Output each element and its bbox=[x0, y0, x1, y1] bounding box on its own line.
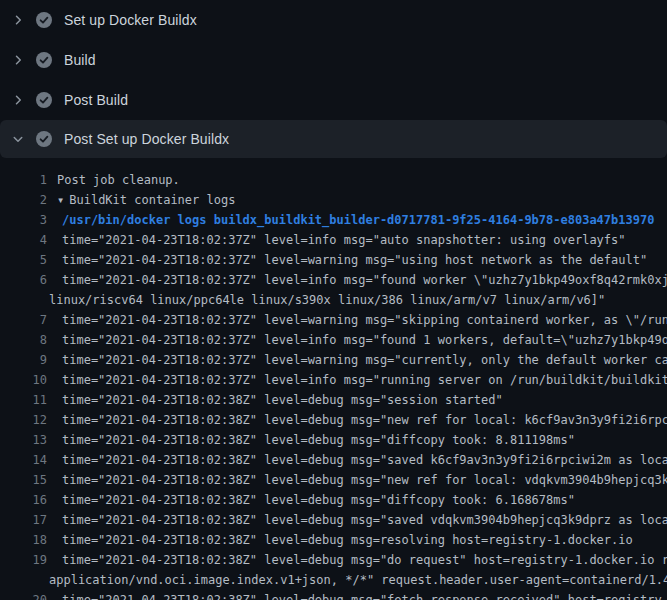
log-line-text: time="2021-04-23T18:02:37Z" level=info m… bbox=[62, 330, 667, 350]
log-line-text: time="2021-04-23T18:02:37Z" level=info m… bbox=[62, 230, 626, 250]
check-circle-icon bbox=[36, 12, 52, 28]
log-line-text: time="2021-04-23T18:02:38Z" level=debug … bbox=[62, 430, 575, 450]
chevron-down-icon bbox=[12, 133, 36, 145]
log-line-text: time="2021-04-23T18:02:37Z" level=info m… bbox=[62, 270, 667, 290]
log-line: 11time="2021-04-23T18:02:38Z" level=debu… bbox=[0, 390, 667, 410]
log-line-number[interactable]: 12 bbox=[0, 410, 47, 430]
step-header-post-build[interactable]: Post Build bbox=[0, 80, 667, 120]
log-line-number[interactable]: 8 bbox=[0, 330, 47, 350]
log-line: 15time="2021-04-23T18:02:38Z" level=debu… bbox=[0, 470, 667, 490]
log-line-text: time="2021-04-23T18:02:38Z" level=debug … bbox=[62, 550, 667, 570]
log-line-text: time="2021-04-23T18:02:37Z" level=warnin… bbox=[62, 310, 667, 330]
log-line-text: time="2021-04-23T18:02:38Z" level=debug … bbox=[62, 510, 667, 530]
log-line-number[interactable]: 14 bbox=[0, 450, 47, 470]
log-line: 20time="2021-04-23T18:02:38Z" level=debu… bbox=[0, 590, 667, 600]
log-line: 13time="2021-04-23T18:02:38Z" level=debu… bbox=[0, 430, 667, 450]
log-line-number[interactable] bbox=[0, 290, 47, 310]
log-line-text: linux/riscv64 linux/ppc64le linux/s390x … bbox=[49, 290, 605, 310]
log-line-number[interactable]: 18 bbox=[0, 530, 47, 550]
log-line: linux/riscv64 linux/ppc64le linux/s390x … bbox=[0, 290, 667, 310]
step-title: Post Build bbox=[64, 92, 128, 108]
log-line-text: application/vnd.oci.image.index.v1+json,… bbox=[49, 570, 667, 590]
log-line-text: time="2021-04-23T18:02:38Z" level=debug … bbox=[62, 490, 575, 510]
log-line-number[interactable]: 19 bbox=[0, 550, 47, 570]
log-line-text: time="2021-04-23T18:02:38Z" level=debug … bbox=[62, 470, 667, 490]
log-line-number[interactable]: 2 bbox=[0, 190, 47, 210]
log-line: 6time="2021-04-23T18:02:37Z" level=info … bbox=[0, 270, 667, 290]
log-line-text: time="2021-04-23T18:02:38Z" level=debug … bbox=[62, 390, 503, 410]
step-header-set-up-docker-buildx[interactable]: Set up Docker Buildx bbox=[0, 0, 667, 40]
step-header-post-set-up-docker-buildx[interactable]: Post Set up Docker Buildx bbox=[0, 120, 667, 158]
log-line-number[interactable]: 11 bbox=[0, 390, 47, 410]
log-line-text: time="2021-04-23T18:02:37Z" level=warnin… bbox=[62, 250, 647, 270]
log-line-text: time="2021-04-23T18:02:37Z" level=warnin… bbox=[62, 350, 667, 370]
log-line: application/vnd.oci.image.index.v1+json,… bbox=[0, 570, 667, 590]
log-line-number[interactable]: 20 bbox=[0, 590, 47, 600]
log-line-number[interactable]: 3 bbox=[0, 210, 47, 230]
step-title: Build bbox=[64, 52, 96, 68]
log-line-number[interactable]: 10 bbox=[0, 370, 47, 390]
log-line-number[interactable]: 1 bbox=[0, 170, 47, 190]
log-line-number[interactable]: 9 bbox=[0, 350, 47, 370]
chevron-right-icon bbox=[12, 14, 36, 26]
check-circle-icon bbox=[36, 92, 52, 108]
log-line: 9time="2021-04-23T18:02:37Z" level=warni… bbox=[0, 350, 667, 370]
step-title: Post Set up Docker Buildx bbox=[64, 131, 229, 147]
log-line: 12time="2021-04-23T18:02:38Z" level=debu… bbox=[0, 410, 667, 430]
log-line-text: time="2021-04-23T18:02:38Z" level=debug … bbox=[62, 410, 667, 430]
group-label: BuildKit container logs bbox=[69, 193, 235, 207]
chevron-right-icon bbox=[12, 54, 36, 66]
log-line-text: Post job cleanup. bbox=[57, 170, 180, 190]
log-line-number[interactable]: 13 bbox=[0, 430, 47, 450]
group-toggle-icon[interactable]: ▾ bbox=[57, 190, 64, 210]
log-line-text: time="2021-04-23T18:02:37Z" level=info m… bbox=[62, 370, 667, 390]
log-line-number[interactable] bbox=[0, 570, 47, 590]
log-line: 16time="2021-04-23T18:02:38Z" level=debu… bbox=[0, 490, 667, 510]
log-line-number[interactable]: 17 bbox=[0, 510, 47, 530]
log-line: 7time="2021-04-23T18:02:37Z" level=warni… bbox=[0, 310, 667, 330]
log-line-number[interactable]: 6 bbox=[0, 270, 47, 290]
step-title: Set up Docker Buildx bbox=[64, 12, 197, 28]
log-line: 19time="2021-04-23T18:02:38Z" level=debu… bbox=[0, 550, 667, 570]
log-line-number[interactable]: 5 bbox=[0, 250, 47, 270]
log-line: 17time="2021-04-23T18:02:38Z" level=debu… bbox=[0, 510, 667, 530]
log-line: 8time="2021-04-23T18:02:37Z" level=info … bbox=[0, 330, 667, 350]
log-line: 18time="2021-04-23T18:02:38Z" level=debu… bbox=[0, 530, 667, 550]
log-line: 3/usr/bin/docker logs buildx_buildkit_bu… bbox=[0, 210, 667, 230]
log-line: 2▾BuildKit container logs bbox=[0, 190, 667, 210]
log-container: 1Post job cleanup.2▾BuildKit container l… bbox=[0, 158, 667, 600]
log-line-text: time="2021-04-23T18:02:38Z" level=debug … bbox=[62, 590, 667, 600]
steps-list: Set up Docker Buildx Build Post Build bbox=[0, 0, 667, 158]
log-line-number[interactable]: 15 bbox=[0, 470, 47, 490]
log-command-text: /usr/bin/docker logs buildx_buildkit_bui… bbox=[62, 210, 654, 230]
log-line-number[interactable]: 4 bbox=[0, 230, 47, 250]
log-line-text: time="2021-04-23T18:02:38Z" level=debug … bbox=[62, 530, 633, 550]
log-line: 4time="2021-04-23T18:02:37Z" level=info … bbox=[0, 230, 667, 250]
chevron-right-icon bbox=[12, 94, 36, 106]
log-line: 14time="2021-04-23T18:02:38Z" level=debu… bbox=[0, 450, 667, 470]
log-line: 5time="2021-04-23T18:02:37Z" level=warni… bbox=[0, 250, 667, 270]
log-line: 1Post job cleanup. bbox=[0, 170, 667, 190]
log-line: 10time="2021-04-23T18:02:37Z" level=info… bbox=[0, 370, 667, 390]
check-circle-icon bbox=[36, 131, 52, 147]
actions-log-viewer: Set up Docker Buildx Build Post Build bbox=[0, 0, 667, 600]
log-line-text: time="2021-04-23T18:02:38Z" level=debug … bbox=[62, 450, 667, 470]
check-circle-icon bbox=[36, 52, 52, 68]
log-line-text: ▾BuildKit container logs bbox=[57, 190, 235, 210]
log-line-number[interactable]: 7 bbox=[0, 310, 47, 330]
log-line-number[interactable]: 16 bbox=[0, 490, 47, 510]
step-header-build[interactable]: Build bbox=[0, 40, 667, 80]
